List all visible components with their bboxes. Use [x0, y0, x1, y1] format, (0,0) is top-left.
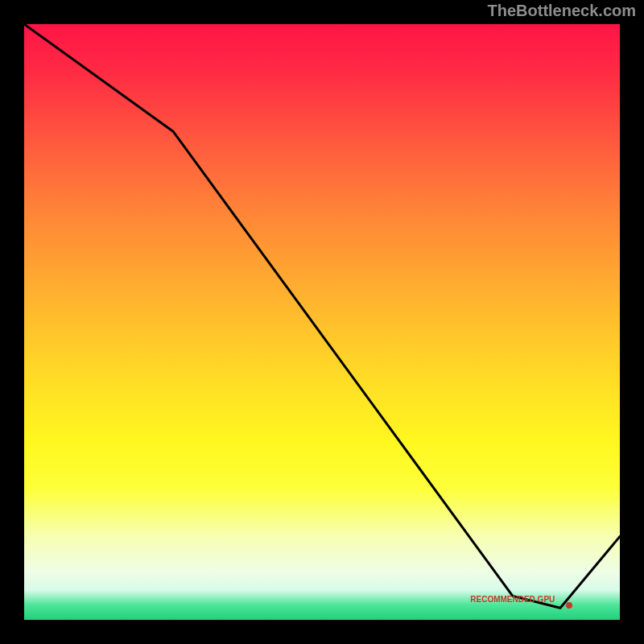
recommended-gpu-label: RECOMMENDED GPU: [470, 595, 555, 604]
plot-area: RECOMMENDED GPU: [24, 24, 620, 620]
watermark-text: TheBottleneck.com: [488, 2, 636, 20]
recommended-gpu-marker: [566, 602, 572, 609]
bottleneck-line: [24, 24, 620, 620]
chart-stage: TheBottleneck.com RECOMMENDED GPU: [0, 0, 644, 644]
